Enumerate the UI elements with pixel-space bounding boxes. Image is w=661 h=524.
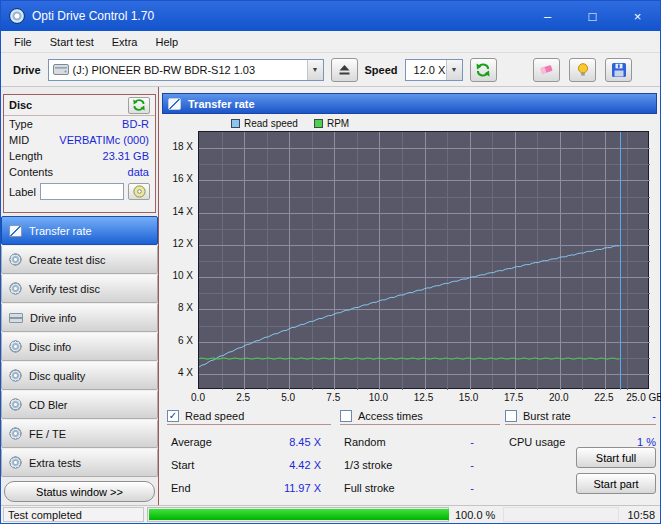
transfer-rate-chart: [199, 132, 650, 390]
app-window: Opti Drive Control 1.70 – □ × FileStart …: [0, 0, 661, 524]
checkbox-label: Access times: [358, 410, 423, 422]
progress-percent: 100.0 %: [452, 507, 500, 522]
read-speed-checkbox[interactable]: ✓: [167, 410, 179, 422]
stat-value: 4.42 X: [255, 459, 321, 471]
read-speed-swatch: [231, 119, 240, 128]
disc-label-input[interactable]: [40, 183, 124, 200]
speed-select[interactable]: 12.0 X ▼: [405, 59, 463, 81]
fe-te-icon: [9, 427, 22, 440]
disc-label-row: Label: [4, 180, 155, 200]
disc-label-icon: [133, 185, 146, 198]
status-bar: Test completed 100.0 % 10:58: [1, 505, 660, 523]
disc-panel-title: Disc: [9, 99, 32, 111]
access-times-checkbox[interactable]: [340, 410, 352, 422]
disc-info-rows: TypeBD-RMIDVERBATIMc (000)Length23.31 GB…: [4, 116, 155, 180]
menu-extra[interactable]: Extra: [103, 33, 147, 51]
stat-label: Average: [171, 436, 212, 448]
disc-info-row: TypeBD-R: [4, 116, 155, 132]
menu-start-test[interactable]: Start test: [41, 33, 103, 51]
disc-quality-icon: [9, 369, 22, 382]
y-axis-tick: 6 X: [178, 335, 193, 346]
disc-row-label: Length: [9, 149, 43, 163]
burst-rate-checkbox[interactable]: [505, 410, 517, 422]
x-axis-tick: 25.0 GB: [626, 392, 661, 403]
drive-icon: [53, 64, 69, 75]
progress-bar: [147, 507, 449, 522]
stat-value: -: [414, 482, 474, 494]
main-panel: Transfer rate Read speed RPM 4 X6 X8 X10…: [159, 87, 660, 505]
sidebar-item-label: Verify test disc: [29, 283, 100, 295]
toolbar: Drive (J:) PIONEER BD-RW BDR-S12 1.03 ▼ …: [1, 53, 660, 87]
x-axis-tick: 15.0: [459, 392, 478, 403]
save-icon: [612, 63, 626, 77]
y-axis-tick: 8 X: [178, 302, 193, 313]
sidebar-item-label: FE / TE: [29, 428, 66, 440]
x-axis-tick: 5.0: [281, 392, 295, 403]
x-axis-tick: 10.0: [369, 392, 388, 403]
status-window-button[interactable]: Status window >>: [4, 481, 155, 502]
sidebar-item-transfer-rate[interactable]: Transfer rate: [1, 216, 158, 245]
chart-area: 4 X6 X8 X10 X12 X14 X16 X18 X 0.02.55.07…: [159, 131, 660, 409]
disc-label-button[interactable]: [128, 183, 150, 200]
sidebar-item-label: Extra tests: [29, 457, 81, 469]
sidebar-nav: Transfer rateCreate test discVerify test…: [1, 216, 158, 477]
save-button[interactable]: [605, 58, 632, 82]
burn-disc-button[interactable]: [569, 58, 596, 82]
sidebar-item-fe-te[interactable]: FE / TE: [1, 419, 158, 448]
speed-label: Speed: [365, 64, 398, 76]
y-axis-tick: 16 X: [172, 173, 193, 184]
menu-help[interactable]: Help: [146, 33, 187, 51]
disc-label-caption: Label: [9, 186, 36, 198]
stat-label: 1/3 stroke: [344, 459, 392, 471]
clock: 10:58: [622, 507, 658, 522]
y-axis-tick: 4 X: [178, 367, 193, 378]
sidebar-item-disc-quality[interactable]: Disc quality: [1, 361, 158, 390]
x-axis-tick: 7.5: [326, 392, 340, 403]
start-part-button[interactable]: Start part: [576, 473, 656, 494]
disc-row-label: Type: [9, 117, 33, 131]
sidebar-item-disc-info[interactable]: Disc info: [1, 332, 158, 361]
disc-panel-header: Disc: [4, 95, 155, 116]
erase-disc-button[interactable]: [533, 58, 560, 82]
minimize-button[interactable]: –: [525, 1, 570, 31]
statusbar-spacer: [503, 507, 619, 522]
sidebar-item-drive-info[interactable]: Drive info: [1, 303, 158, 332]
sidebar-item-verify-test-disc[interactable]: Verify test disc: [1, 274, 158, 303]
drive-select[interactable]: (J:) PIONEER BD-RW BDR-S12 1.03 ▼: [48, 59, 324, 81]
eject-button[interactable]: [331, 58, 358, 82]
close-button[interactable]: ×: [615, 1, 660, 31]
burst-rate-checkbox-group: Burst rate -: [505, 407, 656, 425]
start-full-button[interactable]: Start full: [576, 447, 656, 468]
main-header: Transfer rate: [162, 93, 657, 114]
burn-icon: [577, 63, 589, 76]
transfer-rate-plot: [198, 131, 649, 389]
chevron-down-icon: ▼: [446, 60, 462, 80]
disc-info-row: MIDVERBATIMc (000): [4, 132, 155, 148]
speed-select-value: 12.0 X: [414, 64, 446, 76]
refresh-disc-button[interactable]: [128, 97, 150, 114]
transfer-rate-icon: [9, 225, 22, 237]
app-icon: [9, 8, 25, 24]
create-test-disc-icon: [9, 253, 22, 266]
page-title: Transfer rate: [188, 98, 255, 110]
sidebar-item-cd-bler[interactable]: CD Bler: [1, 390, 158, 419]
refresh-speeds-button[interactable]: [470, 58, 497, 82]
y-axis-tick: 12 X: [172, 238, 193, 249]
sidebar-item-create-test-disc[interactable]: Create test disc: [1, 245, 158, 274]
sidebar-item-label: Drive info: [30, 312, 76, 324]
disc-row-label: MID: [9, 133, 29, 147]
menu-file[interactable]: File: [5, 33, 41, 51]
maximize-button[interactable]: □: [570, 1, 615, 31]
y-axis: 4 X6 X8 X10 X12 X14 X16 X18 X: [159, 131, 196, 389]
x-axis-tick: 20.0: [549, 392, 568, 403]
chevron-down-icon: ▼: [307, 60, 323, 80]
toolbar-right-group: [533, 58, 632, 82]
refresh-icon: [132, 99, 146, 111]
stat-label: End: [171, 482, 191, 494]
x-axis-tick: 22.5: [594, 392, 613, 403]
sidebar-item-label: Disc info: [29, 341, 71, 353]
stat-value: -: [414, 436, 474, 448]
access-times-checkbox-group: Access times: [340, 407, 500, 425]
disc-row-value: VERBATIMc (000): [59, 133, 149, 147]
sidebar-item-extra-tests[interactable]: Extra tests: [1, 448, 158, 477]
